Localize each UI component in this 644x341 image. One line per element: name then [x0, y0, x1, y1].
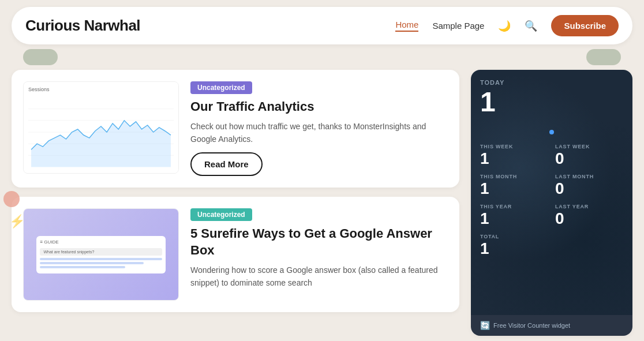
stat-this-year-label: THIS YEAR — [480, 204, 548, 209]
post-card-2: ≡ GUIDE What are featured snippets? Unca… — [12, 197, 459, 312]
widget-today-value: 1 — [480, 88, 623, 116]
post-1-content: Uncategorized Our Traffic Analytics Chec… — [190, 81, 448, 176]
post-2-content: Uncategorized 5 Surefire Ways to Get a G… — [190, 208, 448, 301]
widget-today-label: TODAY — [480, 79, 623, 86]
deco-pill-right — [586, 49, 621, 65]
post-2-placeholder: ≡ GUIDE What are featured snippets? — [24, 209, 178, 300]
stat-last-year-label: LAST YEAR — [555, 204, 623, 209]
post-1-title: Our Traffic Analytics — [190, 99, 448, 115]
chart-svg — [28, 95, 174, 170]
stat-last-week-label: LAST WEEK — [555, 144, 623, 149]
mockup-line-3 — [40, 266, 125, 268]
moon-icon[interactable]: 🌙 — [498, 20, 511, 32]
widget-footer-text: Free Visitor Counter widget — [493, 322, 570, 329]
post-2-excerpt: Wondering how to score a Google answer b… — [190, 264, 448, 290]
stat-total: TOTAL 1 — [480, 234, 548, 257]
post-2-category[interactable]: Uncategorized — [190, 208, 252, 221]
mockup-line-1 — [40, 258, 162, 260]
widget-dot — [549, 130, 554, 134]
stat-this-year-value: 1 — [480, 211, 548, 227]
site-title: Curious Narwhal — [25, 17, 395, 35]
stat-this-month: THIS MONTH 1 — [480, 174, 548, 197]
widget-dark-section: TODAY 1 THIS WEEK 1 LAST WEEK 0 THIS — [471, 70, 632, 315]
main-layout: ⚡ Sessions — [0, 70, 644, 336]
stat-last-week-value: 0 — [555, 151, 623, 167]
post-card-1: Sessions Uncatego — [12, 70, 459, 188]
stat-last-month-label: LAST MONTH — [555, 174, 623, 179]
post-2-image: ≡ GUIDE What are featured snippets? — [23, 208, 179, 301]
stat-this-month-value: 1 — [480, 181, 548, 197]
deco-pills — [0, 44, 644, 70]
stat-total-value: 1 — [480, 241, 548, 257]
visitor-widget: TODAY 1 THIS WEEK 1 LAST WEEK 0 THIS — [471, 70, 632, 336]
widget-stats-grid: THIS WEEK 1 LAST WEEK 0 THIS MONTH 1 LAS… — [480, 144, 623, 257]
subscribe-button[interactable]: Subscribe — [551, 15, 619, 36]
mockup-browser: ≡ GUIDE What are featured snippets? — [36, 236, 165, 273]
stat-this-week-value: 1 — [480, 151, 548, 167]
main-nav: Home Sample Page 🌙 🔍 Subscribe — [395, 15, 619, 36]
stat-last-year-value: 0 — [555, 211, 623, 227]
post-1-read-more[interactable]: Read More — [190, 152, 263, 176]
stat-last-year: LAST YEAR 0 — [555, 204, 623, 227]
analytics-chart: Sessions — [24, 82, 178, 173]
deco-pill-left — [23, 49, 58, 65]
mockup-bar: ≡ GUIDE — [40, 239, 162, 245]
stat-this-week-label: THIS WEEK — [480, 144, 548, 149]
stat-this-week: THIS WEEK 1 — [480, 144, 548, 167]
posts-column: ⚡ Sessions — [12, 70, 459, 336]
deco-bolt: ⚡ — [9, 214, 25, 229]
deco-circle — [3, 191, 20, 207]
search-icon[interactable]: 🔍 — [525, 20, 537, 32]
stat-this-year: THIS YEAR 1 — [480, 204, 548, 227]
stat-last-month-value: 0 — [555, 181, 623, 197]
mockup-search: What are featured snippets? — [40, 248, 162, 256]
mockup-line-2 — [40, 262, 144, 264]
stat-last-month: LAST MONTH 0 — [555, 174, 623, 197]
post-1-excerpt: Check out how much traffic we get, thank… — [190, 120, 448, 146]
stat-total-label: TOTAL — [480, 234, 548, 239]
sidebar: TODAY 1 THIS WEEK 1 LAST WEEK 0 THIS — [471, 70, 632, 336]
header: Curious Narwhal Home Sample Page 🌙 🔍 Sub… — [12, 7, 632, 44]
post-1-category[interactable]: Uncategorized — [190, 81, 252, 94]
post-1-image: Sessions — [23, 81, 179, 174]
stat-this-month-label: THIS MONTH — [480, 174, 548, 179]
chart-label: Sessions — [28, 87, 174, 92]
nav-home[interactable]: Home — [395, 20, 418, 32]
header-wrapper: Curious Narwhal Home Sample Page 🌙 🔍 Sub… — [0, 0, 644, 44]
stat-last-week: LAST WEEK 0 — [555, 144, 623, 167]
widget-footer[interactable]: 🔄 Free Visitor Counter widget — [471, 315, 632, 336]
counter-icon: 🔄 — [480, 321, 490, 330]
nav-sample-page[interactable]: Sample Page — [432, 21, 484, 31]
post-2-title: 5 Surefire Ways to Get a Google Answer B… — [190, 226, 448, 258]
